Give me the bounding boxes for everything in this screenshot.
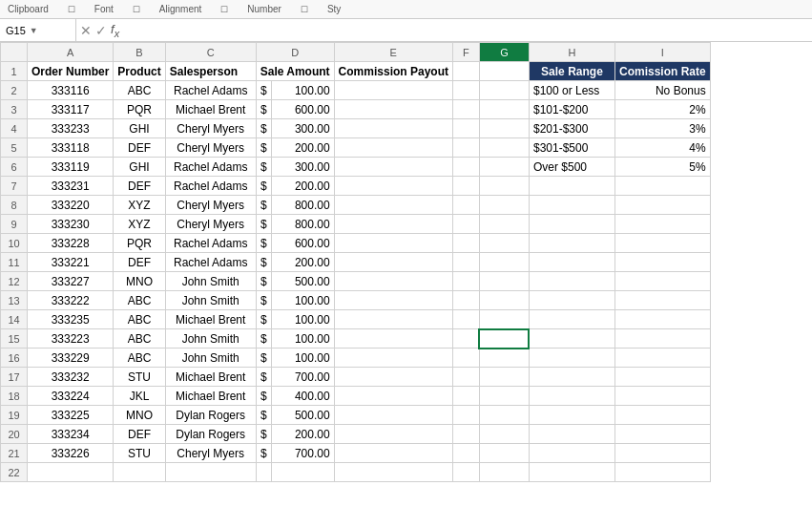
header-sale-amount[interactable]: Sale Amount	[256, 62, 334, 81]
table-row: 13 333222 ABC John Smith $ 100.00	[1, 291, 711, 310]
col-header-b[interactable]: B	[114, 43, 165, 62]
confirm-icon[interactable]: ✓	[95, 23, 107, 38]
table-row: 14 333235 ABC Michael Brent $ 100.00	[1, 310, 711, 329]
cell-g1	[479, 62, 529, 81]
col-header-d[interactable]: D	[256, 43, 334, 62]
table-row: 4 333233 GHI Cheryl Myers $ 300.00 $201-…	[1, 119, 711, 138]
header-salesperson[interactable]: Salesperson	[165, 62, 256, 81]
table-row: 16 333229 ABC John Smith $ 100.00	[1, 349, 711, 368]
ribbon-font: Font	[94, 4, 114, 14]
col-header-g[interactable]: G	[479, 43, 529, 62]
name-box[interactable]: G15 ▼	[0, 19, 76, 41]
col-header-i[interactable]: I	[614, 43, 710, 62]
ribbon-number: Number	[247, 4, 281, 14]
col-header-c[interactable]: C	[165, 43, 256, 62]
ribbon-expand-4[interactable]: ☐	[301, 5, 308, 14]
table-row: 21 333226 STU Cheryl Myers $ 700.00	[1, 444, 711, 463]
spreadsheet: A B C D E F G H I 1 Order Number Product…	[0, 42, 812, 482]
table-row: 10 333228 PQR Rachel Adams $ 600.00	[1, 234, 711, 253]
function-icon[interactable]: fx	[111, 22, 119, 39]
table-row: 1 Order Number Product Salesperson Sale …	[1, 62, 711, 81]
ribbon-alignment: Alignment	[159, 4, 201, 14]
ribbon-expand-3[interactable]: ☐	[220, 5, 228, 14]
table-row: 20 333234 DEF Dylan Rogers $ 200.00	[1, 425, 711, 444]
table-row: 2 333116 ABC Rachel Adams $ 100.00 $100 …	[1, 81, 711, 100]
table-row: 9 333230 XYZ Cheryl Myers $ 800.00	[1, 215, 711, 234]
ribbon-styles: Sty	[327, 4, 341, 14]
grid: A B C D E F G H I 1 Order Number Product…	[0, 42, 711, 482]
col-header-h[interactable]: H	[529, 43, 614, 62]
table-row: 22	[1, 463, 711, 482]
ribbon-expand-1[interactable]: ☐	[68, 5, 75, 14]
table-row: 6 333119 GHI Rachel Adams $ 300.00 Over …	[1, 158, 711, 177]
table-row: 18 333224 JKL Michael Brent $ 400.00	[1, 387, 711, 406]
col-header-corner	[1, 43, 28, 62]
active-cell-g15[interactable]	[479, 329, 529, 349]
ribbon-expand-2[interactable]: ☐	[133, 5, 140, 14]
cell-f1	[452, 62, 479, 81]
header-commission[interactable]: Commission Payout	[334, 62, 452, 81]
header-comm-rate[interactable]: Comission Rate	[614, 62, 710, 81]
table-row: 19 333225 MNO Dylan Rogers $ 500.00	[1, 406, 711, 425]
col-header-e[interactable]: E	[334, 43, 452, 62]
col-header-row: A B C D E F G H I	[1, 43, 711, 62]
col-header-f[interactable]: F	[452, 43, 479, 62]
table-row: 12 333227 MNO John Smith $ 500.00	[1, 272, 711, 291]
header-product[interactable]: Product	[114, 62, 165, 81]
formula-icons: ✕ ✓ fx	[76, 22, 123, 39]
col-header-a[interactable]: A	[28, 43, 114, 62]
table-row: 17 333232 STU Michael Brent $ 700.00	[1, 368, 711, 387]
ribbon-clipboard: Clipboard	[8, 4, 49, 14]
header-sale-range[interactable]: Sale Range	[529, 62, 614, 81]
ribbon-area: Clipboard ☐ Font ☐ Alignment ☐ Number ☐ …	[0, 0, 812, 19]
table-row: 5 333118 DEF Cheryl Myers $ 200.00 $301-…	[1, 138, 711, 158]
table-row: 11 333221 DEF Rachel Adams $ 200.00	[1, 253, 711, 272]
row-num-1: 1	[1, 62, 28, 81]
formula-bar: G15 ▼ ✕ ✓ fx	[0, 19, 812, 42]
table-row: 3 333117 PQR Michael Brent $ 600.00 $101…	[1, 100, 711, 119]
header-order[interactable]: Order Number	[28, 62, 114, 81]
table-row: 8 333220 XYZ Cheryl Myers $ 800.00	[1, 196, 711, 215]
table-row: 7 333231 DEF Rachel Adams $ 200.00	[1, 177, 711, 196]
cancel-icon[interactable]: ✕	[80, 23, 92, 38]
table-row: 15 333223 ABC John Smith $ 100.00	[1, 329, 711, 349]
